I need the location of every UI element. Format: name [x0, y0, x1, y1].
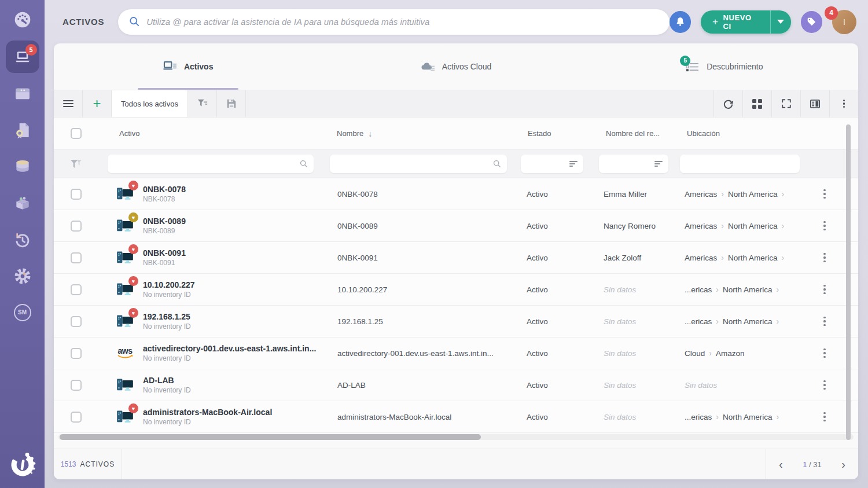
row-actions-button[interactable]: [811, 252, 838, 263]
asset-type-icon: aws ♥: [115, 184, 135, 204]
refresh-button[interactable]: [713, 90, 742, 117]
funnel-filled-icon[interactable]: [70, 159, 82, 169]
sidebar-item-software[interactable]: [6, 185, 39, 221]
column-header-estado[interactable]: Estado: [528, 129, 551, 138]
table-row[interactable]: aws ♥ activedirectory-001.dev.us-east-1.…: [54, 337, 858, 369]
new-ci-button[interactable]: + NUEVO CI: [701, 10, 791, 34]
assets-panel: Activos Activos Cloud 5 Descubrimiento +…: [54, 43, 858, 479]
table-row[interactable]: aws ♥ 10.10.200.227 No inventory ID 10.1…: [54, 274, 858, 306]
more-options-button[interactable]: [829, 90, 858, 117]
horizontal-scrollbar[interactable]: [58, 434, 854, 440]
layout-panel-icon: [810, 98, 821, 109]
grid-icon: [752, 99, 762, 109]
tab-activos-cloud[interactable]: Activos Cloud: [322, 43, 590, 90]
sidebar-item-history[interactable]: [6, 221, 39, 258]
row-actions-button[interactable]: [811, 347, 838, 359]
page-indicator: 1 / 31: [803, 460, 822, 469]
asset-title[interactable]: 192.168.1.25: [143, 312, 191, 321]
sidebar-item-applications[interactable]: [6, 75, 39, 112]
asset-title[interactable]: 0NBK-0078: [143, 185, 186, 194]
topbar-actions: + NUEVO CI 4 I: [670, 10, 856, 34]
tab-label: Descubrimiento: [707, 62, 763, 71]
tab-activos[interactable]: Activos: [54, 43, 322, 90]
sidebar-item-dashboard[interactable]: [6, 3, 39, 36]
column-header-nombre[interactable]: Nombre: [337, 129, 363, 138]
column-header-ubicacion[interactable]: Ubicación: [687, 129, 720, 138]
row-checkbox[interactable]: [71, 252, 82, 263]
filter-input-activo[interactable]: [108, 155, 314, 173]
table-row[interactable]: aws ♥ 0NBK-0078 NBK-0078 0NBK-0078 Activ…: [54, 178, 858, 210]
new-ci-dropdown[interactable]: [770, 10, 790, 34]
sidebar-item-cmdb[interactable]: [6, 148, 39, 185]
global-search[interactable]: [118, 9, 669, 35]
save-view-button[interactable]: [217, 90, 246, 117]
sidebar-item-sm[interactable]: SM: [6, 294, 39, 331]
asset-title[interactable]: AD-LAB: [143, 376, 191, 385]
current-page: 1: [803, 460, 807, 469]
asset-text: 0NBK-0078 NBK-0078: [143, 185, 186, 203]
asset-title[interactable]: administrators-MacBook-Air.local: [143, 408, 272, 417]
document-seal-icon: [13, 121, 32, 140]
row-checkbox[interactable]: [71, 412, 82, 423]
table-row[interactable]: aws ♥ AD-LAB No inventory ID AD-LAB Acti…: [54, 369, 858, 401]
table-row[interactable]: aws ♥ 0NBK-0091 NBK-0091 0NBK-0091 Activ…: [54, 242, 858, 274]
sidebar-item-contracts[interactable]: [6, 112, 39, 148]
vertical-scrollbar-thumb[interactable]: [846, 124, 851, 440]
table-row[interactable]: aws ♥ 192.168.1.25 No inventory ID 192.1…: [54, 306, 858, 337]
new-ci-main[interactable]: + NUEVO CI: [701, 10, 770, 34]
asset-title[interactable]: 0NBK-0091: [143, 248, 186, 258]
sidebar-item-assets[interactable]: 5: [6, 41, 39, 73]
sort-desc-icon[interactable]: ↓: [368, 129, 372, 138]
user-avatar[interactable]: 4 I: [832, 10, 856, 34]
search-icon: [128, 16, 141, 28]
notifications-button[interactable]: [670, 11, 691, 33]
cell-ubicacion: Sin datos: [680, 381, 811, 390]
views-menu-button[interactable]: [54, 90, 83, 117]
next-page-button[interactable]: ›: [841, 458, 845, 470]
row-actions-button[interactable]: [811, 411, 838, 423]
horizontal-scrollbar-thumb[interactable]: [60, 434, 481, 440]
table-row[interactable]: aws ♥ 0NBK-0089 NBK-0089 0NBK-0089 Activ…: [54, 210, 858, 242]
discovery-list-icon: 5: [685, 61, 700, 73]
row-actions-button[interactable]: [811, 315, 838, 327]
row-actions-button[interactable]: [811, 188, 838, 200]
add-view-button[interactable]: +: [83, 90, 112, 117]
row-checkbox[interactable]: [71, 316, 82, 327]
tab-descubrimiento[interactable]: 5 Descubrimiento: [590, 43, 858, 90]
filter-select-estado[interactable]: [521, 155, 583, 173]
filter-select-owner[interactable]: [599, 155, 668, 173]
table-toolbar: + Todos los activos: [54, 90, 858, 118]
row-actions-button[interactable]: [811, 284, 838, 295]
cell-nombre: 192.168.1.25: [330, 317, 521, 326]
prev-page-button[interactable]: ‹: [779, 458, 783, 470]
grid-view-button[interactable]: [742, 90, 771, 117]
row-checkbox[interactable]: [71, 348, 82, 359]
table-row[interactable]: aws ♥ administrators-MacBook-Air.local N…: [54, 401, 858, 433]
filter-input-nombre[interactable]: [330, 155, 507, 173]
filter-input-ubicacion[interactable]: [680, 155, 800, 173]
asset-title[interactable]: 10.10.200.227: [143, 280, 195, 289]
row-checkbox[interactable]: [71, 380, 82, 391]
row-actions-button[interactable]: [811, 220, 838, 232]
row-checkbox[interactable]: [71, 189, 82, 200]
side-panel-button[interactable]: [800, 90, 829, 117]
search-icon: [493, 160, 501, 168]
search-input[interactable]: [146, 17, 659, 27]
tab-label: Activos: [184, 62, 214, 71]
aws-icon: aws: [117, 347, 133, 359]
filter-button[interactable]: [188, 90, 217, 117]
column-header-owner[interactable]: Nombre del re...: [606, 129, 660, 138]
tags-button[interactable]: [801, 11, 822, 33]
column-header-activo[interactable]: Activo: [119, 129, 139, 138]
asset-title[interactable]: activedirectory-001.dev.us-east-1.aws.in…: [143, 344, 316, 353]
select-all-checkbox[interactable]: [71, 128, 82, 139]
row-checkbox[interactable]: [71, 284, 82, 295]
row-actions-button[interactable]: [811, 379, 838, 391]
asset-title[interactable]: 0NBK-0089: [143, 217, 186, 226]
avatar-notification-badge: 4: [825, 6, 838, 20]
fullscreen-button[interactable]: [771, 90, 800, 117]
sm-logo-icon: SM: [14, 304, 31, 321]
view-tab-todos-los-activos[interactable]: Todos los activos: [112, 90, 188, 117]
sidebar-item-settings[interactable]: [6, 258, 39, 294]
row-checkbox[interactable]: [71, 221, 82, 232]
